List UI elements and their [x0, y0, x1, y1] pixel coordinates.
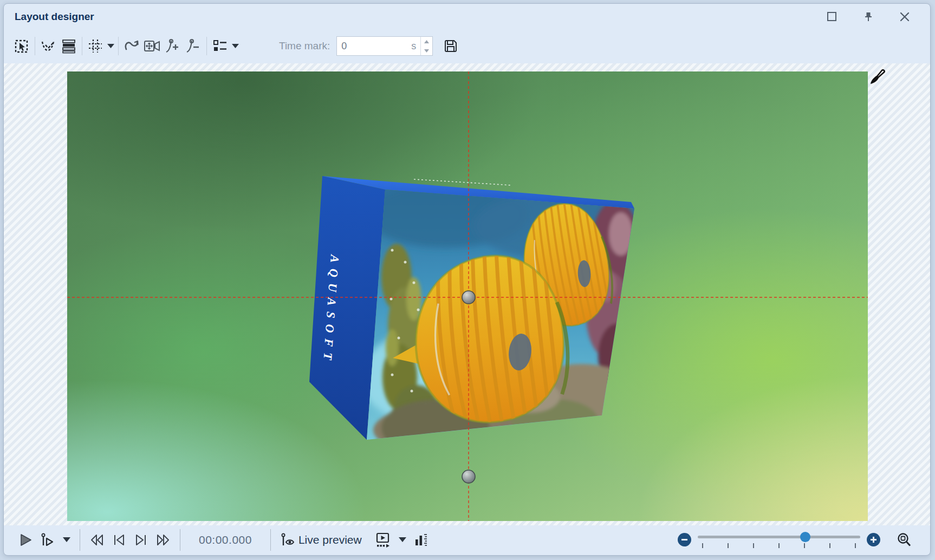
audio-levels-icon	[414, 532, 429, 548]
previous-frame-button[interactable]	[108, 529, 130, 551]
play-options-dropdown[interactable]	[59, 529, 74, 551]
spinner-down-button[interactable]	[421, 46, 432, 55]
time-mark-field: s	[336, 36, 433, 56]
preview-options-dropdown[interactable]	[395, 529, 410, 551]
next-frame-icon	[134, 533, 148, 547]
time-mark-label: Time mark:	[279, 40, 330, 52]
path-select-icon	[40, 38, 57, 54]
panel-title: Layout designer	[15, 11, 94, 23]
live-preview-button[interactable]: Live preview	[276, 529, 371, 551]
audio-levels-button[interactable]	[410, 529, 433, 551]
remove-keypoint-button[interactable]	[183, 36, 204, 56]
playback-separator	[180, 529, 180, 551]
next-frame-button[interactable]	[130, 529, 152, 551]
brush-icon	[864, 67, 887, 89]
zoom-slider[interactable]	[698, 531, 860, 549]
zoom-out-button[interactable]	[678, 533, 691, 546]
toolbar-separator	[206, 37, 207, 55]
time-mark-unit: s	[411, 41, 420, 52]
playback-separator	[270, 529, 271, 551]
object-list-icon	[212, 38, 228, 54]
zoom-slider-ticks	[702, 543, 856, 548]
toolbar-separator	[82, 37, 82, 55]
save-time-mark-button[interactable]	[440, 36, 461, 56]
play-icon	[18, 533, 33, 547]
camera-pan-button[interactable]	[142, 36, 163, 56]
arrange-layers-button[interactable]	[59, 36, 79, 56]
titlebar: Layout designer	[4, 4, 930, 29]
play-button[interactable]	[15, 529, 36, 551]
skip-forward-icon	[155, 533, 171, 547]
layout-designer-panel: Layout designer	[3, 3, 931, 556]
add-keypoint-button[interactable]	[163, 36, 183, 56]
add-keypoint-icon	[164, 38, 181, 54]
center-handle[interactable]	[462, 291, 475, 304]
time-display: 00:00.000	[199, 533, 252, 546]
workspace: AQUASOFT	[4, 63, 930, 525]
arrange-layers-icon	[61, 38, 77, 54]
play-from-position-button[interactable]	[36, 529, 59, 551]
playback-separator	[80, 529, 80, 551]
select-tool-button[interactable]	[11, 36, 32, 56]
zoom-in-button[interactable]	[867, 533, 880, 546]
pin-icon	[862, 10, 875, 23]
time-mark-input[interactable]	[337, 41, 411, 52]
spinner-up-button[interactable]	[421, 37, 432, 46]
toolbar-separator	[35, 37, 35, 55]
zoom-slider-track[interactable]	[698, 536, 860, 538]
window-controls	[825, 10, 912, 24]
motion-curve-icon	[123, 37, 140, 55]
grid-dropdown[interactable]	[106, 36, 115, 56]
close-button[interactable]	[898, 10, 912, 24]
toolbar: Time mark: s	[4, 29, 930, 63]
zoom-fit-icon	[896, 532, 912, 548]
playback-bar: 00:00.000 Live preview	[4, 524, 930, 555]
maximize-icon	[826, 10, 839, 23]
select-tool-icon	[14, 38, 30, 54]
grid-icon	[87, 38, 103, 54]
previous-frame-icon	[112, 533, 126, 547]
zoom-fit-button[interactable]	[892, 529, 916, 551]
object-list-dropdown[interactable]	[230, 36, 240, 56]
preview-window-icon	[375, 532, 391, 548]
layout-canvas[interactable]: AQUASOFT	[67, 71, 868, 521]
preview-window-button[interactable]	[371, 529, 395, 551]
motion-curve-button[interactable]	[121, 36, 142, 56]
skip-to-start-icon	[89, 533, 105, 547]
zoom-out-icon	[681, 536, 688, 543]
skip-to-start-button[interactable]	[86, 529, 108, 551]
path-select-button[interactable]	[38, 36, 59, 56]
remove-keypoint-icon	[185, 38, 202, 54]
object-list-button[interactable]	[210, 36, 230, 56]
close-icon	[898, 10, 911, 23]
save-icon	[443, 38, 458, 54]
rotation-handle[interactable]	[462, 470, 475, 483]
toolbar-separator	[118, 37, 119, 55]
live-preview-label: Live preview	[298, 533, 362, 546]
time-mark-spinner	[420, 37, 432, 55]
play-from-position-icon	[40, 532, 55, 548]
cube-front-photo	[360, 183, 658, 464]
cube-object[interactable]: AQUASOFT	[309, 176, 658, 464]
zoom-in-icon	[870, 536, 877, 543]
zoom-slider-thumb[interactable]	[800, 532, 810, 542]
camera-pan-icon	[143, 38, 161, 54]
screen: { "window": { "title": "Layout designer"…	[0, 0, 935, 560]
pin-eye-icon	[280, 532, 296, 548]
skip-forward-button[interactable]	[152, 529, 174, 551]
maximize-button[interactable]	[825, 10, 839, 24]
grid-button[interactable]	[85, 36, 106, 56]
pin-button[interactable]	[861, 10, 875, 24]
